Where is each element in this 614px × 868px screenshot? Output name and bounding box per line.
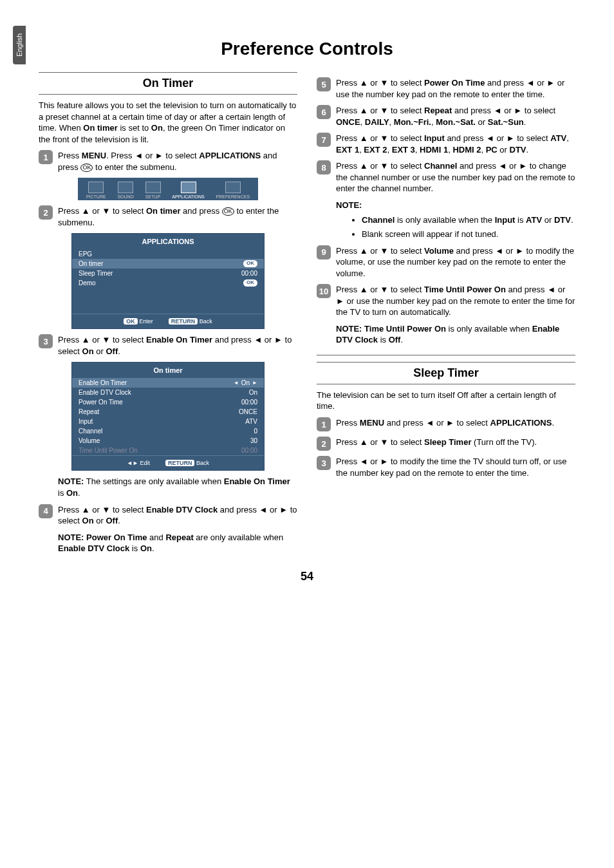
divider	[317, 355, 575, 355]
page-number: 54	[39, 570, 575, 583]
osd-row: DemoOK	[72, 278, 264, 288]
nav-arrows-icon: ◄►	[127, 460, 138, 466]
step-10: 10 Press ▲ or ▼ to select Time Until Pow…	[317, 284, 575, 318]
picture-icon	[88, 182, 104, 193]
osd-row-selected: Enable On Timer◄On►	[72, 378, 264, 388]
step-7: 7 Press ▲ or ▼ to select Input and press…	[317, 133, 575, 155]
osd-title: APPLICATIONS	[72, 234, 264, 249]
step-2: 2 Press ▲ or ▼ to select On timer and pr…	[39, 205, 297, 228]
left-column: On Timer This feature allows you to set …	[39, 72, 297, 558]
osd-row-selected: On timerOK	[72, 259, 264, 269]
preferences-icon	[225, 182, 241, 193]
osd-row: Enable DTV ClockOn	[72, 388, 264, 397]
step-9: 9 Press ▲ or ▼ to select Volume and pres…	[317, 245, 575, 279]
step-badge: 5	[317, 77, 331, 91]
menu-applications: APPLICATIONS	[172, 182, 204, 199]
osd-row: Channel0	[72, 426, 264, 436]
language-tab: English	[13, 26, 26, 64]
step-8: 8 Press ▲ or ▼ to select Channel and pre…	[317, 160, 575, 194]
osd-on-timer: On timer Enable On Timer◄On► Enable DTV …	[71, 362, 265, 471]
note-dtv-clock-on: NOTE: Power On Time and Repeat are only …	[58, 532, 297, 554]
sleep-step-3: 3 Press ◄ or ► to modify the time the TV…	[317, 456, 575, 478]
step-badge: 2	[317, 437, 331, 451]
step-badge: 4	[39, 504, 53, 518]
step-badge: 9	[317, 245, 331, 259]
right-arrow-icon: ►	[252, 380, 257, 386]
step-badge: 10	[317, 284, 331, 298]
step-6: 6 Press ▲ or ▼ to select Repeat and pres…	[317, 105, 575, 127]
osd-row: EPG	[72, 249, 264, 259]
osd-row: Power On Time00:00	[72, 397, 264, 407]
osd-menu-bar: PICTURE SOUND SETUP APPLICATIONS PREFERE…	[78, 178, 258, 200]
setup-icon	[145, 182, 161, 193]
osd-footer: OK Enter RETURN Back	[72, 314, 264, 328]
step-badge: 3	[317, 456, 331, 470]
applications-icon	[181, 182, 196, 193]
step-4: 4 Press ▲ or ▼ to select Enable DTV Cloc…	[39, 504, 297, 527]
section-sleep-timer-title: Sleep Timer	[317, 362, 575, 384]
menu-setup: SETUP	[145, 182, 161, 199]
right-column: 5 Press ▲ or ▼ to select Power On Time a…	[317, 72, 575, 558]
bullet-blank-screen: Blank screen will appear if not tuned.	[362, 229, 575, 240]
bullet-channel: Channel is only available when the Input…	[362, 214, 575, 226]
step-badge: 2	[39, 205, 53, 220]
osd-footer: ◄► Edit RETURN Back	[72, 455, 264, 470]
sleep-timer-intro: The television can be set to turn itself…	[317, 390, 575, 412]
menu-sound: SOUND	[117, 182, 133, 199]
step-5: 5 Press ▲ or ▼ to select Power On Time a…	[317, 77, 575, 100]
osd-applications: APPLICATIONS EPG On timerOK Sleep Timer0…	[71, 233, 265, 329]
osd-row: RepeatONCE	[72, 407, 264, 417]
page-title: Preference Controls	[39, 39, 575, 59]
step-3: 3 Press ▲ or ▼ to select Enable On Timer…	[39, 334, 297, 357]
osd-title: On timer	[72, 363, 264, 378]
sleep-step-2: 2 Press ▲ or ▼ to select Sleep Timer (Tu…	[317, 437, 575, 451]
osd-row: Sleep Timer00:00	[72, 269, 264, 278]
menu-picture: PICTURE	[86, 182, 106, 199]
ok-icon: OK	[222, 207, 234, 216]
step-badge: 7	[317, 133, 331, 147]
step-badge: 3	[39, 334, 53, 348]
sleep-step-1: 1 Press MENU and press ◄ or ► to select …	[317, 417, 575, 431]
left-arrow-icon: ◄	[234, 380, 239, 386]
step-badge: 6	[317, 105, 331, 119]
sound-icon	[118, 182, 133, 193]
step-1: 1 Press MENU. Press ◄ or ► to select APP…	[39, 150, 297, 173]
step-badge: 1	[317, 417, 331, 431]
on-timer-intro: This feature allows you to set the telev…	[39, 100, 297, 145]
note-time-until: NOTE: Time Until Power On is only availa…	[336, 323, 575, 346]
step-badge: 8	[317, 160, 331, 175]
ok-icon: OK	[80, 164, 93, 172]
step-badge: 1	[39, 150, 53, 164]
menu-preferences: PREFERENCES	[216, 182, 250, 199]
osd-row-disabled: Time Until Power On00:00	[72, 446, 264, 455]
osd-row: Volume30	[72, 436, 264, 446]
section-on-timer-title: On Timer	[39, 72, 297, 95]
note-enable-on-timer: NOTE: The settings are only available wh…	[58, 476, 297, 498]
note-bullets: Channel is only available when the Input…	[362, 214, 575, 240]
note-channel: NOTE:	[336, 200, 575, 211]
osd-row: InputATV	[72, 417, 264, 426]
